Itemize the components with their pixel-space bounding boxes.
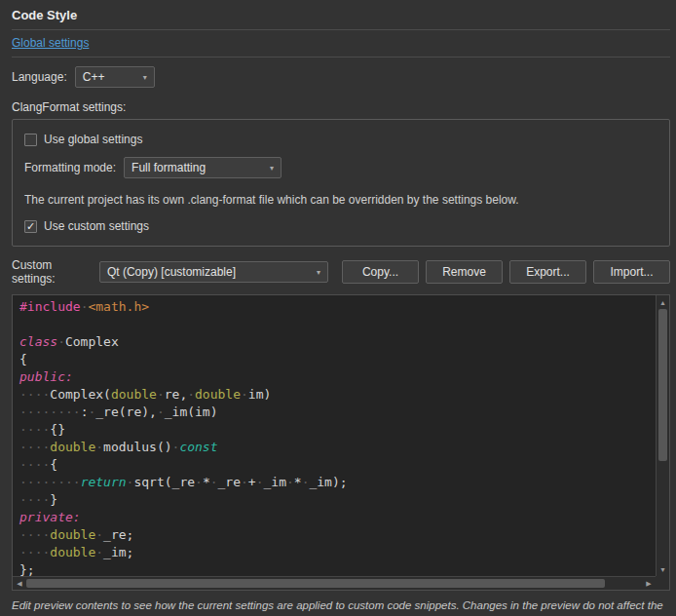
remove-button[interactable]: Remove (426, 260, 503, 284)
chevron-down-icon: ▾ (143, 73, 147, 82)
copy-button[interactable]: Copy... (342, 260, 419, 284)
formatting-mode-select[interactable]: Full formatting ▾ (124, 157, 282, 178)
vertical-scrollbar[interactable]: ▲ ▼ (656, 295, 669, 576)
scrollbar-corner (656, 576, 669, 590)
vertical-scroll-thumb[interactable] (658, 309, 667, 461)
vertical-scroll-track[interactable] (657, 309, 669, 562)
page-title: Code Style (12, 8, 670, 22)
export-button[interactable]: Export... (509, 260, 586, 284)
language-select-value: C++ (83, 70, 105, 84)
code-preview-text[interactable]: #include·<math.h> class·Complex{public:·… (13, 295, 656, 576)
horizontal-scroll-thumb[interactable] (26, 579, 605, 588)
scroll-up-icon[interactable]: ▲ (657, 295, 669, 309)
scroll-down-icon[interactable]: ▼ (657, 562, 669, 576)
formatting-mode-row: Formatting mode: Full formatting ▾ (24, 157, 657, 178)
use-custom-settings-checkbox-row[interactable]: ✓ Use custom settings (24, 219, 657, 233)
language-row: Language: C++ ▾ (12, 66, 670, 88)
custom-settings-value: Qt (Copy) [customizable] (107, 265, 236, 279)
formatting-mode-label: Formatting mode: (24, 161, 116, 174)
code-preview-editor: #include·<math.h> class·Complex{public:·… (12, 294, 670, 591)
custom-settings-select[interactable]: Qt (Copy) [customizable] ▾ (99, 261, 328, 283)
language-select[interactable]: C++ ▾ (75, 66, 155, 88)
language-label: Language: (12, 70, 67, 84)
clangformat-section-label: ClangFormat settings: (12, 100, 670, 114)
code-style-settings-page: Code Style Global settings Language: C++… (0, 0, 676, 616)
use-custom-settings-checkbox[interactable]: ✓ (24, 220, 37, 233)
global-settings-link[interactable]: Global settings (12, 36, 89, 50)
use-global-settings-label: Use global settings (44, 133, 142, 146)
custom-settings-row: Custom settings: Qt (Copy) [customizable… (12, 258, 670, 286)
import-button[interactable]: Import... (593, 260, 670, 284)
use-global-settings-checkbox-row[interactable]: Use global settings (24, 133, 657, 146)
clangformat-groupbox: Use global settings Formatting mode: Ful… (12, 119, 670, 247)
separator (12, 57, 670, 58)
custom-settings-label: Custom settings: (12, 258, 93, 286)
use-custom-settings-label: Use custom settings (44, 219, 149, 233)
clang-format-info-text: The current project has its own .clang-f… (24, 193, 657, 207)
use-global-settings-checkbox[interactable] (24, 134, 37, 146)
separator (12, 29, 670, 30)
formatting-mode-value: Full formatting (131, 161, 206, 174)
scroll-right-icon[interactable]: ▶ (642, 577, 656, 590)
horizontal-scrollbar[interactable]: ◀ ▶ (13, 576, 656, 590)
horizontal-scroll-track[interactable] (26, 577, 642, 590)
chevron-down-icon: ▾ (317, 268, 320, 277)
footer-note: Edit preview contents to see how the cur… (12, 598, 670, 616)
chevron-down-icon: ▾ (270, 164, 274, 173)
scroll-left-icon[interactable]: ◀ (13, 577, 26, 590)
